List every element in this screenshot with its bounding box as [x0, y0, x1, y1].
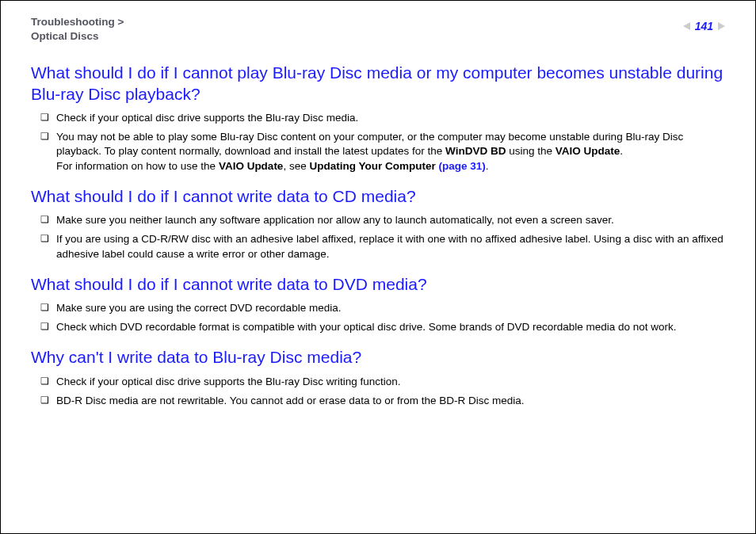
section-heading: What should I do if I cannot write data …	[31, 274, 725, 295]
page-link[interactable]: (page 31)	[438, 160, 485, 172]
list-item: If you are using a CD-R/RW disc with an …	[40, 232, 725, 261]
body-text: BD-R Disc media are not rewritable. You …	[56, 395, 525, 406]
list-item: Check if your optical disc drive support…	[40, 375, 725, 389]
bold-text: VAIO Update	[219, 160, 284, 172]
prev-page-icon[interactable]	[683, 22, 690, 30]
list-item: You may not be able to play some Blu-ray…	[40, 130, 725, 174]
body-text: .	[486, 160, 489, 172]
page-header: Troubleshooting > Optical Discs 141	[31, 15, 725, 44]
bullet-list: Make sure you neither launch any softwar…	[31, 213, 725, 261]
body-text: If you are using a CD-R/RW disc with an …	[56, 233, 724, 259]
body-text: For information on how to use the	[56, 160, 219, 172]
body-text: .	[620, 145, 623, 157]
bullet-list: Make sure you are using the correct DVD …	[31, 301, 725, 334]
bullet-list: Check if your optical disc drive support…	[31, 111, 725, 174]
document-page: Troubleshooting > Optical Discs 141 What…	[0, 0, 756, 534]
list-item: Make sure you are using the correct DVD …	[40, 301, 725, 315]
list-item: Check which DVD recordable format is com…	[40, 320, 725, 334]
body-text: Check which DVD recordable format is com…	[56, 321, 677, 333]
body-text: Make sure you are using the correct DVD …	[56, 302, 341, 314]
page-number-nav: 141	[683, 20, 725, 32]
page-number: 141	[695, 20, 713, 32]
body-text: , see	[283, 160, 309, 172]
bold-text: VAIO Update	[556, 145, 620, 157]
section-heading: What should I do if I cannot play Blu-ra…	[31, 63, 725, 105]
next-page-icon[interactable]	[718, 22, 725, 30]
section-heading: What should I do if I cannot write data …	[31, 186, 725, 207]
list-item: Check if your optical disc drive support…	[40, 111, 725, 125]
bold-text: Updating Your Computer	[309, 160, 438, 172]
bullet-list: Check if your optical disc drive support…	[31, 375, 725, 408]
body-text: Check if your optical disc drive support…	[56, 376, 400, 387]
breadcrumb-line2: Optical Discs	[31, 30, 99, 42]
bold-text: WinDVD BD	[445, 145, 506, 157]
body-text: Check if your optical disc drive support…	[56, 112, 358, 124]
body-text: using the	[506, 145, 555, 157]
section-heading: Why can't I write data to Blu-ray Disc m…	[31, 347, 725, 368]
list-item: BD-R Disc media are not rewritable. You …	[40, 394, 725, 408]
body-text: Make sure you neither launch any softwar…	[56, 214, 614, 226]
list-item: Make sure you neither launch any softwar…	[40, 213, 725, 227]
breadcrumb: Troubleshooting > Optical Discs	[31, 15, 124, 44]
breadcrumb-line1: Troubleshooting >	[31, 16, 124, 28]
